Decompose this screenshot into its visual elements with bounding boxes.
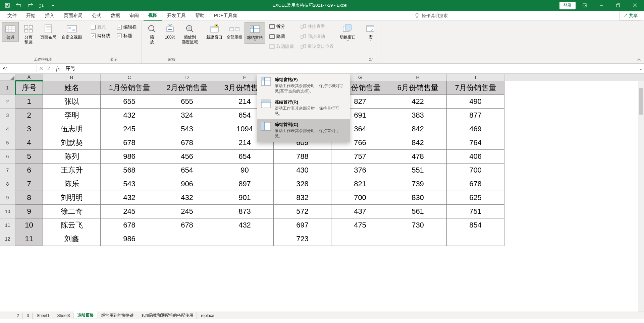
cell[interactable]: 821 — [331, 177, 389, 191]
row-header-4[interactable]: 4 — [0, 122, 15, 136]
sheet-tab-2[interactable]: Sheet1 — [33, 313, 53, 319]
ribbon-options-button[interactable] — [577, 0, 592, 11]
cancel-icon[interactable]: ✕ — [39, 65, 43, 72]
cell[interactable]: 986 — [101, 150, 158, 164]
cell[interactable]: 8 — [15, 191, 43, 205]
cell[interactable]: 430 — [274, 164, 331, 177]
cell[interactable]: 456 — [158, 150, 216, 164]
row-header-9[interactable]: 9 — [0, 191, 15, 205]
ribbon-tab-4[interactable]: 公式 — [87, 11, 106, 21]
cell[interactable]: 568 — [101, 164, 158, 177]
col-header-H[interactable]: H — [389, 74, 447, 81]
zoom-btn-2[interactable]: 缩放到选定区域 — [180, 22, 200, 46]
cell[interactable]: 245 — [158, 205, 216, 218]
cell[interactable]: 5 — [15, 150, 43, 164]
cell[interactable]: 906 — [158, 177, 216, 191]
name-box[interactable]: A1 — [0, 65, 37, 72]
col-header-I[interactable]: I — [447, 74, 504, 81]
cell[interactable]: 序号 — [15, 81, 43, 95]
row-header-1[interactable]: 1 — [0, 81, 15, 95]
cell[interactable]: 739 — [389, 177, 447, 191]
cell[interactable]: 徐二奇 — [43, 205, 101, 218]
chk-网格线[interactable]: ✓网格线 — [91, 33, 110, 39]
col-header-A[interactable]: A — [15, 74, 43, 81]
cell[interactable]: 2月份销售量 — [158, 81, 216, 95]
zoom-btn-0[interactable]: 缩放 — [144, 22, 160, 46]
ribbon-tab-0[interactable]: 文件 — [3, 11, 21, 21]
cell[interactable]: 90 — [216, 164, 274, 177]
redo-button[interactable] — [25, 1, 36, 10]
close-button[interactable] — [627, 0, 643, 11]
cell[interactable]: 832 — [274, 191, 331, 205]
cell[interactable]: 678 — [101, 218, 158, 232]
ribbon-tab-8[interactable]: 开发工具 — [162, 11, 191, 21]
cell[interactable]: 764 — [447, 136, 504, 150]
enter-icon[interactable]: ✓ — [47, 65, 51, 72]
minimize-button[interactable] — [594, 0, 609, 11]
row-header-5[interactable]: 5 — [0, 136, 15, 150]
cell[interactable]: 561 — [389, 205, 447, 218]
cell[interactable]: 757 — [331, 150, 389, 164]
cell[interactable]: 830 — [389, 191, 447, 205]
ribbon-tab-9[interactable]: 帮助 — [191, 11, 209, 21]
row-header-7[interactable]: 7 — [0, 164, 15, 177]
switch-window-button[interactable]: 切换窗口 — [338, 22, 358, 43]
freeze-option-0[interactable]: 冻结窗格(F)滚动工作表其余部分时，保持行和列可见(基于当前的选择)。 — [257, 74, 350, 96]
formula-input[interactable]: 序号 — [63, 64, 638, 73]
cell[interactable]: 李明 — [43, 109, 101, 122]
cell[interactable]: 854 — [447, 218, 504, 232]
collapse-ribbon-button[interactable] — [637, 58, 641, 61]
cell[interactable]: 2 — [15, 109, 43, 122]
tell-me-search[interactable]: 操作说明搜索 — [411, 13, 451, 19]
macros-button[interactable]: 宏 — [362, 22, 379, 43]
ribbon-tab-7[interactable]: 视图 — [144, 10, 162, 21]
freeze-option-2[interactable]: 冻结首列(C)滚动工作表其余部分时，保持首列可见。 — [257, 119, 350, 141]
cell[interactable]: 572 — [274, 205, 331, 218]
sheet-tab-4[interactable]: 冻结窗格 — [74, 312, 97, 319]
cell[interactable]: 655 — [158, 95, 216, 109]
cell[interactable]: 788 — [274, 150, 331, 164]
window-btn-1[interactable]: 全部重排 — [224, 22, 245, 44]
cell[interactable] — [389, 232, 447, 246]
cell[interactable]: 986 — [101, 232, 158, 246]
ribbon-tab-6[interactable]: 审阅 — [125, 11, 144, 21]
sheet-tab-5[interactable]: 经常用到的快捷键 — [98, 312, 137, 319]
cell[interactable]: 刘明明 — [43, 191, 101, 205]
cell[interactable]: 432 — [101, 191, 158, 205]
vertical-scrollbar[interactable] — [638, 81, 644, 319]
row-header-10[interactable]: 10 — [0, 205, 15, 218]
cell[interactable]: 901 — [216, 191, 274, 205]
ribbon-tab-1[interactable]: 开始 — [21, 11, 40, 21]
cell[interactable]: 432 — [216, 218, 274, 232]
cell[interactable]: 543 — [158, 122, 216, 136]
view-btn-3[interactable]: 自定义视图 — [60, 22, 84, 41]
select-all-corner[interactable] — [0, 74, 15, 81]
cell[interactable]: 1月份销售量 — [101, 81, 158, 95]
chk-编辑栏[interactable]: ✓编辑栏 — [117, 24, 137, 30]
cell[interactable]: 4 — [15, 136, 43, 150]
cell[interactable]: 543 — [101, 177, 158, 191]
view-btn-1[interactable]: 分页预览 — [20, 22, 37, 46]
cell[interactable]: 723 — [274, 232, 331, 246]
cell[interactable]: 376 — [331, 164, 389, 177]
zoom-btn-1[interactable]: 100100% — [162, 22, 178, 41]
cell[interactable]: 刘默契 — [43, 136, 101, 150]
win-opt-隐藏[interactable]: 隐藏 — [269, 34, 294, 40]
cell[interactable]: 1 — [15, 95, 43, 109]
scrollbar-thumb[interactable] — [639, 88, 643, 115]
cell[interactable]: 王东升 — [43, 164, 101, 177]
cell[interactable]: 3 — [15, 122, 43, 136]
cell[interactable]: 678 — [101, 136, 158, 150]
cell[interactable]: 700 — [331, 191, 389, 205]
sort-button[interactable]: AZ — [36, 1, 47, 10]
fx-button[interactable]: fx — [53, 66, 63, 72]
cell[interactable]: 678 — [158, 136, 216, 150]
qat-customize[interactable] — [48, 1, 58, 10]
cell[interactable]: 655 — [101, 95, 158, 109]
cell[interactable]: 842 — [389, 122, 447, 136]
cell[interactable]: 700 — [447, 164, 504, 177]
cell[interactable]: 697 — [274, 218, 331, 232]
cell[interactable]: 伍志明 — [43, 122, 101, 136]
row-header-6[interactable]: 6 — [0, 150, 15, 164]
cell[interactable]: 678 — [158, 218, 216, 232]
